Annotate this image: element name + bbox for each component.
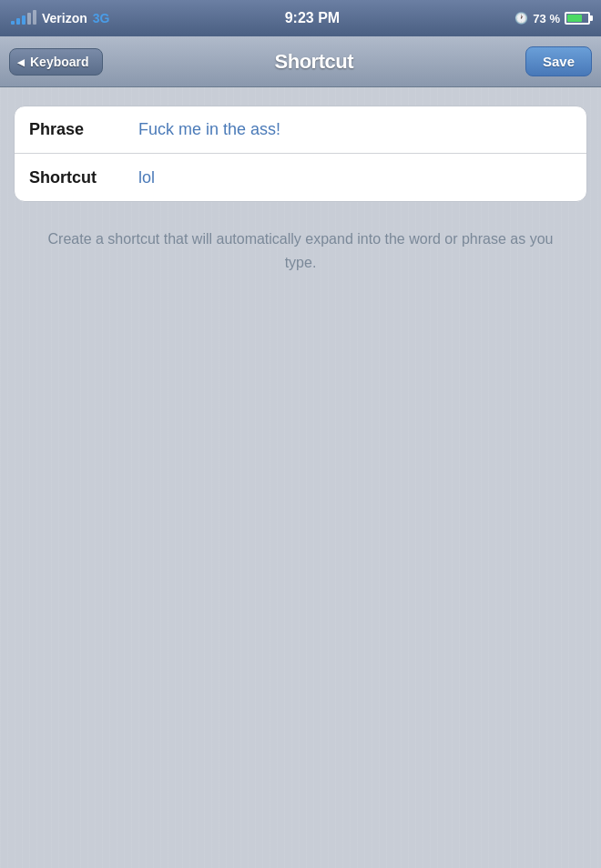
nav-title: Shortcut (275, 50, 353, 74)
signal-bar-1 (11, 21, 15, 25)
battery-icon-container (565, 12, 590, 25)
back-button[interactable]: Keyboard (9, 48, 103, 76)
phrase-value[interactable]: Fuck me in the ass! (138, 107, 572, 152)
carrier-label: Verizon (42, 11, 87, 25)
clock-icon: 🕐 (514, 12, 528, 25)
signal-bars (11, 12, 36, 25)
status-left: Verizon 3G (11, 11, 109, 25)
signal-bar-2 (16, 18, 20, 25)
phrase-label: Phrase (29, 120, 138, 139)
status-time: 9:23 PM (285, 10, 340, 26)
signal-bar-5 (33, 10, 36, 25)
save-button[interactable]: Save (525, 46, 592, 76)
form-card: Phrase Fuck me in the ass! Shortcut lol (14, 106, 587, 202)
shortcut-value[interactable]: lol (138, 156, 572, 200)
status-bar: Verizon 3G 9:23 PM 🕐 73 % (0, 0, 601, 36)
signal-bar-3 (22, 15, 25, 25)
main-content: Phrase Fuck me in the ass! Shortcut lol … (0, 87, 601, 301)
shortcut-label: Shortcut (29, 168, 138, 187)
battery-percent: 73 % (533, 12, 560, 25)
status-right: 🕐 73 % (514, 12, 590, 25)
phrase-row: Phrase Fuck me in the ass! (15, 106, 586, 154)
battery-fill (567, 15, 582, 22)
shortcut-row: Shortcut lol (15, 154, 586, 201)
battery-icon (565, 12, 590, 25)
body-background (0, 301, 601, 868)
network-type-label: 3G (93, 11, 110, 25)
description-text: Create a shortcut that will automaticall… (14, 218, 587, 283)
nav-bar: Keyboard Shortcut Save (0, 36, 601, 87)
signal-bar-4 (27, 13, 31, 25)
